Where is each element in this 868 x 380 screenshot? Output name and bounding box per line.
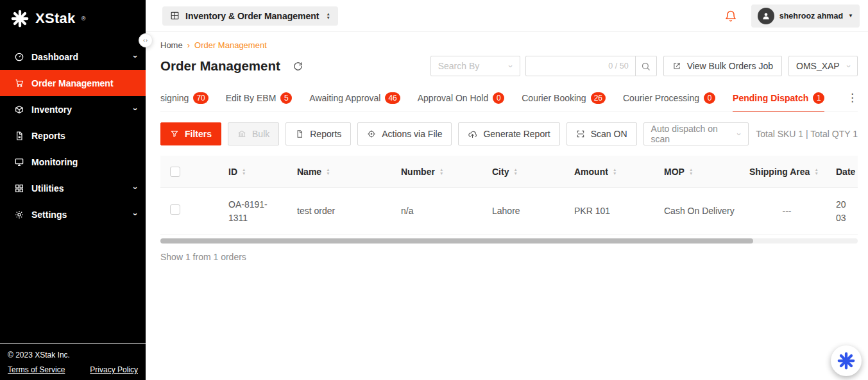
user-menu[interactable]: shehrooz ahmad ▼ [751,4,860,28]
sidebar-item-utilities[interactable]: Utilities › [0,175,146,201]
scrollbar-thumb[interactable] [160,238,753,244]
sidebar-footer: © 2023 XStak Inc. Terms of Service Priva… [0,343,146,380]
sidebar-item-settings[interactable]: Settings › [0,201,146,227]
select-updown-icon: ▲▼ [327,12,330,20]
tab-awaiting-approval[interactable]: Awaiting Approval 46 [309,84,400,112]
select-all-checkbox[interactable] [170,167,180,177]
app-switcher-select[interactable]: Inventory & Order Management ▲▼ [162,6,338,26]
tab-badge: 46 [385,92,400,104]
table-row[interactable]: OA-8191-1311 test order n/a Lahore PKR 1… [160,188,858,235]
column-header-shipping-area[interactable]: Shipping Area ▲▼ [749,167,836,177]
sidebar-item-label: Reports [31,131,65,141]
terms-of-service-link[interactable]: Terms of Service [8,365,65,374]
filters-button[interactable]: Filters [160,122,221,145]
chevron-down-icon: › [131,108,139,110]
notification-bell-icon[interactable] [724,10,737,22]
column-header-amount[interactable]: Amount ▲▼ [574,167,664,177]
tab-courier-booking[interactable]: Courier Booking 26 [522,84,606,112]
sort-icons[interactable]: ▲▼ [613,168,617,176]
box-icon [14,104,24,115]
sort-icons[interactable]: ▲▼ [439,168,443,176]
horizontal-scrollbar[interactable] [160,238,858,244]
brand-logo[interactable]: XStak ® [0,0,146,35]
cell-date: 2024- 03:02 [836,198,858,225]
app-grid-icon [170,11,180,21]
sidebar-item-order-management[interactable]: Order Management [0,70,146,96]
bulk-label: Bulk [252,129,269,139]
column-header-name[interactable]: Name ▲▼ [297,167,401,177]
grid-squares-icon [14,183,24,194]
refresh-icon[interactable] [293,61,303,72]
tab-signing[interactable]: signing 70 [160,84,208,112]
search-input[interactable] [532,60,609,72]
more-tabs-icon[interactable]: ⋮ [842,91,858,104]
privacy-policy-link[interactable]: Privacy Policy [90,365,138,374]
sidebar-item-label: Settings [31,210,67,220]
breadcrumb-home[interactable]: Home [160,40,183,50]
column-header-id[interactable]: ID ▲▼ [228,167,297,177]
sidebar-item-label: Order Management [31,78,114,88]
sidebar-menu: Dashboard › Order Management Inventory ›… [0,44,146,343]
title-row: Order Management Search By › 0 / 50 [160,56,858,76]
sidebar-collapse-button[interactable]: ‹› [139,33,153,47]
tab-label: Courier Processing [623,93,699,103]
avatar [758,8,774,24]
auto-dispatch-select[interactable]: Auto dispatch on scan › [643,122,749,145]
tab-courier-processing[interactable]: Courier Processing 0 [623,84,715,112]
breadcrumb-separator: › [187,40,190,50]
tab-approval-on-hold[interactable]: Approval On Hold 0 [418,84,505,112]
filter-funnel-icon [170,129,179,138]
tab-badge: 26 [591,92,606,104]
sidebar-item-monitoring[interactable]: Monitoring [0,149,146,175]
caret-down-icon: ▼ [848,13,853,19]
sort-icons[interactable]: ▲▼ [513,168,517,176]
sort-icons[interactable]: ▲▼ [242,168,246,176]
chevron-down-icon: › [131,186,139,189]
app-switcher-label: Inventory & Order Management [185,11,319,21]
user-name: shehrooz ahmad [779,12,843,21]
reports-button[interactable]: Reports [285,122,351,145]
cell-mop: Cash On Delivery [664,204,749,218]
sort-icons[interactable]: ▲▼ [326,168,330,176]
column-header-number[interactable]: Number ▲▼ [401,167,492,177]
scan-on-button[interactable]: Scan ON [566,122,637,145]
chevron-down-icon: › [131,55,139,58]
cloud-upload-icon [468,129,477,139]
column-header-date[interactable]: Date [836,167,858,177]
actions-via-file-button[interactable]: Actions via File [357,122,452,145]
sidebar-item-reports[interactable]: Reports [0,122,146,149]
row-checkbox[interactable] [170,204,180,215]
collapse-icon: ‹› [143,37,148,44]
sort-icons[interactable]: ▲▼ [814,168,818,176]
breadcrumb-current[interactable]: Order Management [194,40,267,50]
cell-city: Lahore [492,204,574,218]
generate-report-button[interactable]: Generate Report [458,122,559,145]
cell-number: n/a [401,204,492,218]
auto-dispatch-value: Auto dispatch on scan [651,124,738,144]
bulk-button[interactable]: Bulk [228,122,279,145]
tab-strip: signing 70 Edit By EBM 5 Awaiting Approv… [160,84,842,112]
tab-label: Awaiting Approval [309,93,380,103]
search-controls: Search By › 0 / 50 View Bulk Orders Job [430,56,858,76]
search-by-placeholder: Search By [438,61,480,71]
view-bulk-orders-button[interactable]: View Bulk Orders Job [663,56,782,76]
sidebar-item-inventory[interactable]: Inventory › [0,96,146,122]
column-header-city[interactable]: City ▲▼ [492,167,574,177]
sidebar-item-dashboard[interactable]: Dashboard › [0,44,146,70]
tab-label: Edit By EBM [226,93,277,103]
main-area: Inventory & Order Management ▲▼ shehrooz… [146,0,868,380]
reports-label: Reports [310,129,341,139]
search-by-select[interactable]: Search By › [430,56,520,76]
tab-pending-dispatch[interactable]: Pending Dispatch 1 [733,84,824,112]
chat-launcher-button[interactable] [831,345,862,376]
chevron-down-icon: › [131,213,139,215]
oms-select[interactable]: OMS_XAP › [788,56,858,76]
sort-icons[interactable]: ▲▼ [689,168,693,176]
totals-summary: Total SKU 1 | Total QTY 1 [756,129,858,139]
search-icon[interactable] [635,56,657,76]
toolbar: Filters Bulk Reports Actions via File Ge… [160,122,858,145]
chevron-down-icon: › [844,65,853,67]
tab-edit-by-ebm[interactable]: Edit By EBM 5 [226,84,293,112]
column-header-mop[interactable]: MOP ▲▼ [664,167,749,177]
tab-badge: 5 [280,92,292,104]
